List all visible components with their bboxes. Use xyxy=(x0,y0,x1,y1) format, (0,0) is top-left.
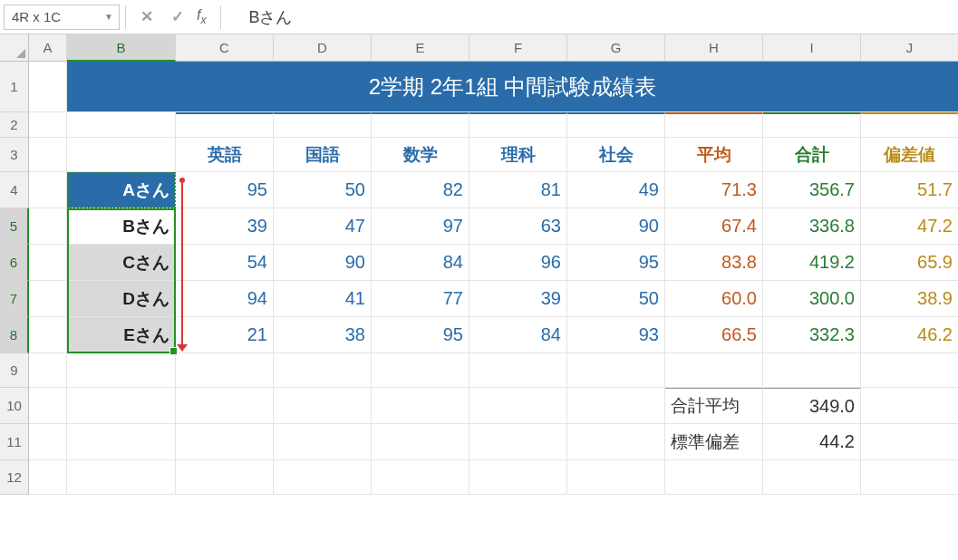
cell[interactable] xyxy=(665,112,763,138)
select-all-corner[interactable] xyxy=(0,34,29,62)
cell[interactable] xyxy=(372,112,469,138)
cell[interactable] xyxy=(274,424,372,460)
score[interactable]: 39 xyxy=(176,208,274,245)
cell[interactable] xyxy=(861,112,958,138)
col-head[interactable]: H xyxy=(665,34,763,62)
score[interactable]: 95 xyxy=(567,245,665,281)
score[interactable]: 90 xyxy=(274,245,372,281)
col-head[interactable]: E xyxy=(372,34,469,62)
summary-value[interactable]: 349.0 xyxy=(763,388,861,424)
row-head[interactable]: 8 xyxy=(0,317,29,353)
cell[interactable] xyxy=(67,138,176,172)
cell[interactable] xyxy=(29,281,67,317)
cell[interactable] xyxy=(763,460,861,495)
col-head[interactable]: D xyxy=(274,34,372,62)
cell[interactable] xyxy=(274,460,372,495)
row-head[interactable]: 6 xyxy=(0,245,29,281)
header-subject[interactable]: 社会 xyxy=(567,138,665,172)
row-head[interactable]: 9 xyxy=(0,353,29,388)
col-head[interactable]: G xyxy=(567,34,665,62)
score[interactable]: 77 xyxy=(372,281,469,317)
cell[interactable] xyxy=(274,112,372,138)
score[interactable]: 84 xyxy=(469,317,567,353)
col-head[interactable]: J xyxy=(861,34,958,62)
score[interactable]: 50 xyxy=(567,281,665,317)
cell[interactable] xyxy=(176,112,274,138)
header-avg[interactable]: 平均 xyxy=(665,138,763,172)
sum[interactable]: 332.3 xyxy=(763,317,861,353)
header-subject[interactable]: 理科 xyxy=(469,138,567,172)
cell[interactable] xyxy=(763,353,861,388)
col-head[interactable]: F xyxy=(469,34,567,62)
dev[interactable]: 65.9 xyxy=(861,245,958,281)
cell[interactable] xyxy=(67,388,176,424)
cell[interactable] xyxy=(274,353,372,388)
score[interactable]: 95 xyxy=(372,317,469,353)
cell[interactable] xyxy=(861,460,958,495)
col-head[interactable]: C xyxy=(176,34,274,62)
row-head[interactable]: 5 xyxy=(0,208,29,245)
score[interactable]: 39 xyxy=(469,281,567,317)
dev[interactable]: 46.2 xyxy=(861,317,958,353)
cell[interactable] xyxy=(861,353,958,388)
sum[interactable]: 336.8 xyxy=(763,208,861,245)
cell[interactable] xyxy=(372,353,469,388)
cell[interactable] xyxy=(665,460,763,495)
summary-label[interactable]: 合計平均 xyxy=(665,388,763,424)
avg[interactable]: 83.8 xyxy=(665,245,763,281)
cell[interactable] xyxy=(29,317,67,353)
chevron-down-icon[interactable]: ▼ xyxy=(104,12,113,22)
cell[interactable] xyxy=(67,424,176,460)
cell[interactable] xyxy=(67,112,176,138)
student-name[interactable]: Cさん xyxy=(67,245,176,281)
cell[interactable] xyxy=(29,112,67,138)
cell[interactable] xyxy=(372,460,469,495)
row-head[interactable]: 11 xyxy=(0,424,29,460)
row-head[interactable]: 4 xyxy=(0,172,29,208)
score[interactable]: 41 xyxy=(274,281,372,317)
cell[interactable] xyxy=(176,388,274,424)
confirm-icon[interactable]: ✓ xyxy=(162,7,193,26)
cell[interactable] xyxy=(29,424,67,460)
score[interactable]: 49 xyxy=(567,172,665,208)
cell[interactable] xyxy=(176,353,274,388)
cell[interactable] xyxy=(567,112,665,138)
cell[interactable] xyxy=(176,424,274,460)
col-head[interactable]: A xyxy=(29,34,67,62)
cell[interactable] xyxy=(469,388,567,424)
header-subject[interactable]: 英語 xyxy=(176,138,274,172)
cell[interactable] xyxy=(469,424,567,460)
score[interactable]: 90 xyxy=(567,208,665,245)
score[interactable]: 21 xyxy=(176,317,274,353)
cell[interactable] xyxy=(29,208,67,245)
sheet-title[interactable]: 2学期 2年1組 中間試験成績表 xyxy=(67,62,958,112)
cell[interactable] xyxy=(29,138,67,172)
score[interactable]: 38 xyxy=(274,317,372,353)
cell[interactable] xyxy=(567,353,665,388)
row-head[interactable]: 2 xyxy=(0,112,29,138)
sum[interactable]: 356.7 xyxy=(763,172,861,208)
sum[interactable]: 419.2 xyxy=(763,245,861,281)
sum[interactable]: 300.0 xyxy=(763,281,861,317)
score[interactable]: 84 xyxy=(372,245,469,281)
dev[interactable]: 47.2 xyxy=(861,208,958,245)
name-box[interactable]: 4R x 1C ▼ xyxy=(4,5,120,30)
avg[interactable]: 66.5 xyxy=(665,317,763,353)
summary-label[interactable]: 標準偏差 xyxy=(665,424,763,460)
cell[interactable] xyxy=(67,460,176,495)
score[interactable]: 54 xyxy=(176,245,274,281)
student-name[interactable]: Aさん xyxy=(67,172,176,208)
avg[interactable]: 71.3 xyxy=(665,172,763,208)
header-sum[interactable]: 合計 xyxy=(763,138,861,172)
score[interactable]: 95 xyxy=(176,172,274,208)
cell[interactable] xyxy=(274,388,372,424)
header-dev[interactable]: 偏差値 xyxy=(861,138,958,172)
cell[interactable] xyxy=(372,424,469,460)
header-subject[interactable]: 数学 xyxy=(372,138,469,172)
score[interactable]: 50 xyxy=(274,172,372,208)
cell[interactable] xyxy=(469,112,567,138)
cell[interactable] xyxy=(469,460,567,495)
col-head[interactable]: I xyxy=(763,34,861,62)
score[interactable]: 96 xyxy=(469,245,567,281)
summary-value[interactable]: 44.2 xyxy=(763,424,861,460)
